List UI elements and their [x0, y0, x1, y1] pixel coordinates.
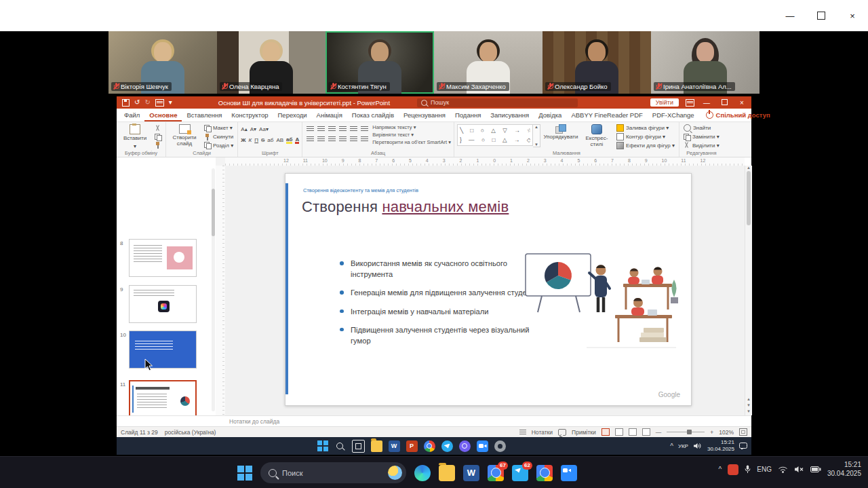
- tab-abbyy[interactable]: ABBYY FineReader PDF: [566, 109, 647, 121]
- comments-toggle-label[interactable]: Примітки: [572, 429, 596, 436]
- slide-bullet-list[interactable]: Використання мемів як сучасного освітньо…: [323, 258, 542, 354]
- taskbar-search-button[interactable]: [334, 440, 346, 452]
- paragraph-dialog-button[interactable]: [359, 134, 370, 144]
- scroll-up-icon[interactable]: ▲: [747, 166, 751, 170]
- participant-tile[interactable]: Максим Захарченко: [434, 31, 542, 94]
- reading-view-button[interactable]: [629, 428, 637, 436]
- start-button[interactable]: [237, 466, 252, 481]
- shapes-gallery-scrollbar[interactable]: ▲ ▼: [533, 124, 540, 147]
- maximize-button[interactable]: [806, 0, 837, 31]
- reset-button[interactable]: Скинути: [203, 133, 235, 141]
- comments-toggle-icon[interactable]: [558, 429, 566, 436]
- text-shadow-button[interactable]: аб: [267, 137, 273, 143]
- shapes-gallery[interactable]: ╲ □ ○ △ ▽ → ☆ ◇ { } — ○ □ △ → ◇ ☆ ╲: [457, 124, 533, 146]
- notification-icon[interactable]: [739, 443, 747, 449]
- start-button[interactable]: [317, 440, 328, 451]
- select-button[interactable]: Виділити ▾: [682, 141, 721, 149]
- chrome-icon[interactable]: 67: [488, 465, 504, 481]
- font-color-button[interactable]: А: [295, 136, 299, 144]
- text-direction-button[interactable]: Напрямок тексту ▾: [372, 124, 451, 130]
- shape-fill-button[interactable]: Заливка фігури ▾: [615, 124, 676, 132]
- zoom-app-icon[interactable]: [561, 465, 577, 481]
- character-spacing-button[interactable]: АВ: [276, 137, 283, 143]
- slide-thumbnail-11-selected[interactable]: [129, 380, 197, 415]
- zoom-slider[interactable]: [667, 432, 705, 433]
- layout-button[interactable]: Макет ▾: [203, 124, 235, 132]
- tab-file[interactable]: Файл: [119, 109, 144, 121]
- ppt-restore-button[interactable]: [719, 99, 730, 107]
- tray-expand-icon[interactable]: ^: [719, 466, 722, 473]
- minimize-button[interactable]: —: [774, 0, 806, 31]
- taskbar-search-box[interactable]: Поиск: [260, 462, 406, 483]
- format-painter-button[interactable]: [153, 141, 163, 149]
- scroll-down-icon[interactable]: ▼: [747, 409, 751, 413]
- tray-app-icon[interactable]: [728, 464, 738, 475]
- align-text-button[interactable]: Вирівняти текст ▾: [372, 132, 451, 138]
- grow-font-button[interactable]: А▴: [241, 126, 247, 132]
- cut-button[interactable]: [153, 124, 163, 132]
- shrink-font-button[interactable]: А▾: [250, 126, 256, 132]
- participant-tile[interactable]: Ірина Анатоліївна Ал...: [651, 31, 760, 94]
- slideshow-view-button[interactable]: [642, 428, 650, 436]
- task-view-button[interactable]: [352, 440, 365, 453]
- italic-button[interactable]: К: [249, 137, 252, 143]
- weather-icon[interactable]: [388, 466, 402, 480]
- zoom-app-icon[interactable]: [477, 440, 488, 452]
- slide-thumbnail-pane[interactable]: 8 9 10 11: [117, 166, 216, 415]
- add-remove-columns-button[interactable]: [349, 134, 359, 144]
- zoom-slider-knob[interactable]: [687, 430, 692, 434]
- file-explorer-icon[interactable]: [371, 440, 382, 452]
- zoom-in-button[interactable]: +: [710, 429, 713, 436]
- replace-button[interactable]: Замінити ▾: [682, 133, 721, 141]
- bold-button[interactable]: Ж: [241, 137, 245, 143]
- slide[interactable]: Створення відеоконтенту та мемів для сту…: [285, 173, 692, 406]
- settings-icon[interactable]: [494, 440, 506, 452]
- word-icon[interactable]: W: [389, 440, 400, 452]
- close-button[interactable]: ×: [837, 0, 868, 31]
- arrange-button[interactable]: Упорядкувати: [543, 124, 578, 149]
- slide-title[interactable]: Створення навчальних мемів: [302, 198, 509, 216]
- file-explorer-icon[interactable]: [439, 465, 455, 481]
- participant-tile[interactable]: Олександр Бойко: [542, 31, 651, 94]
- shape-effects-button[interactable]: Ефекти для фігур ▾: [615, 141, 676, 149]
- columns-button[interactable]: [359, 124, 370, 134]
- redo-icon[interactable]: ↻: [144, 99, 150, 106]
- tab-insert[interactable]: Вставлення: [182, 109, 226, 121]
- start-slideshow-icon[interactable]: [155, 99, 164, 107]
- quick-styles-button[interactable]: Експрес-стилі: [581, 124, 612, 149]
- normal-view-button[interactable]: [601, 428, 610, 436]
- align-right-button[interactable]: [327, 134, 337, 144]
- scrollbar-thumb[interactable]: [747, 171, 751, 225]
- numbering-button[interactable]: [316, 124, 326, 134]
- viber-icon[interactable]: [459, 440, 471, 452]
- shape-outline-button[interactable]: Контур фігури ▾: [615, 133, 676, 141]
- change-case-button[interactable]: Аа▾: [259, 126, 269, 132]
- chrome-profile-icon[interactable]: [536, 465, 553, 481]
- notes-bar[interactable]: Нотатки до слайда: [117, 415, 751, 426]
- ribbon-display-options-icon[interactable]: [686, 99, 694, 107]
- copy-button[interactable]: [153, 133, 163, 141]
- powerpoint-icon[interactable]: P: [406, 440, 418, 452]
- undo-icon[interactable]: ↺: [134, 99, 140, 106]
- clock[interactable]: 15:2130.04.2025: [827, 461, 861, 478]
- sign-in-button[interactable]: Увійти: [650, 98, 679, 107]
- edge-icon[interactable]: [414, 465, 431, 481]
- wifi-icon[interactable]: [778, 466, 788, 473]
- align-left-button[interactable]: [305, 134, 315, 144]
- language-indicator[interactable]: УКР: [678, 443, 688, 449]
- chrome-icon[interactable]: [424, 440, 435, 452]
- slide-scrollbar[interactable]: ▲ ▲ ▼ ▼: [745, 166, 752, 415]
- keyboard-language[interactable]: ENG: [757, 466, 772, 473]
- tab-home[interactable]: Основне: [144, 109, 182, 121]
- slide-canvas[interactable]: Створення відеоконтенту та мемів для сту…: [225, 166, 745, 415]
- volume-muted-icon[interactable]: [794, 466, 804, 473]
- bullets-button[interactable]: [305, 124, 315, 134]
- slide-thumbnail-10[interactable]: [129, 331, 197, 369]
- tab-view[interactable]: Подання: [450, 109, 486, 121]
- decrease-indent-button[interactable]: [327, 124, 337, 134]
- battery-icon[interactable]: [810, 466, 821, 472]
- qat-customize-icon[interactable]: ▾: [169, 99, 172, 106]
- tab-recording[interactable]: Записування: [486, 109, 534, 121]
- section-button[interactable]: Розділ ▾: [203, 141, 235, 149]
- telegram-icon[interactable]: [441, 440, 453, 452]
